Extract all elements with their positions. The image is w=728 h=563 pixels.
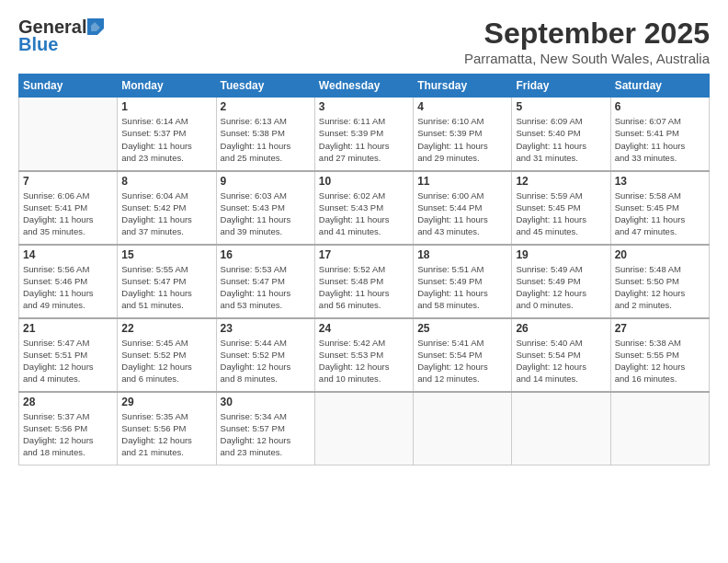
day-info: Sunrise: 6:02 AM Sunset: 5:43 PM Dayligh…: [319, 190, 409, 238]
location: Parramatta, New South Wales, Australia: [464, 51, 710, 66]
calendar-table: Sunday Monday Tuesday Wednesday Thursday…: [18, 74, 710, 465]
day-number: 1: [121, 100, 211, 113]
table-row: 4Sunrise: 6:10 AM Sunset: 5:39 PM Daylig…: [414, 98, 512, 171]
day-number: 3: [319, 100, 409, 113]
day-info: Sunrise: 6:06 AM Sunset: 5:41 PM Dayligh…: [23, 190, 113, 238]
day-number: 19: [516, 248, 606, 261]
day-number: 18: [417, 248, 507, 261]
table-row: 27Sunrise: 5:38 AM Sunset: 5:55 PM Dayli…: [610, 318, 709, 392]
day-info: Sunrise: 5:41 AM Sunset: 5:54 PM Dayligh…: [417, 337, 507, 385]
table-row: 15Sunrise: 5:55 AM Sunset: 5:47 PM Dayli…: [118, 245, 216, 318]
day-number: 22: [121, 322, 211, 335]
calendar-body: 1Sunrise: 6:14 AM Sunset: 5:37 PM Daylig…: [19, 98, 710, 465]
table-row: 26Sunrise: 5:40 AM Sunset: 5:54 PM Dayli…: [512, 318, 610, 392]
day-info: Sunrise: 5:52 AM Sunset: 5:48 PM Dayligh…: [319, 263, 409, 312]
logo-icon: [87, 18, 104, 35]
header-sunday: Sunday: [19, 75, 118, 98]
day-info: Sunrise: 5:59 AM Sunset: 5:45 PM Dayligh…: [516, 190, 606, 238]
day-info: Sunrise: 5:37 AM Sunset: 5:56 PM Dayligh…: [23, 410, 113, 459]
day-number: 12: [516, 175, 606, 188]
day-number: 28: [23, 396, 113, 408]
table-row: 1Sunrise: 6:14 AM Sunset: 5:37 PM Daylig…: [118, 98, 216, 171]
table-row: 3Sunrise: 6:11 AM Sunset: 5:39 PM Daylig…: [314, 98, 413, 171]
table-row: 21Sunrise: 5:47 AM Sunset: 5:51 PM Dayli…: [19, 318, 118, 392]
day-number: 11: [417, 175, 507, 188]
table-row: 28Sunrise: 5:37 AM Sunset: 5:56 PM Dayli…: [19, 392, 118, 465]
table-row: 9Sunrise: 6:03 AM Sunset: 5:43 PM Daylig…: [216, 171, 314, 245]
header-tuesday: Tuesday: [216, 75, 314, 98]
table-row: [414, 392, 512, 465]
table-row: 13Sunrise: 5:58 AM Sunset: 5:45 PM Dayli…: [610, 171, 709, 245]
day-number: 7: [23, 175, 113, 188]
table-row: 24Sunrise: 5:42 AM Sunset: 5:53 PM Dayli…: [314, 318, 413, 392]
table-row: 7Sunrise: 6:06 AM Sunset: 5:41 PM Daylig…: [19, 171, 118, 245]
day-number: 2: [221, 100, 311, 113]
table-row: 29Sunrise: 5:35 AM Sunset: 5:56 PM Dayli…: [118, 392, 216, 465]
day-number: 26: [516, 322, 606, 335]
table-row: 30Sunrise: 5:34 AM Sunset: 5:57 PM Dayli…: [216, 392, 314, 465]
day-info: Sunrise: 5:35 AM Sunset: 5:56 PM Dayligh…: [121, 410, 211, 459]
table-row: 22Sunrise: 5:45 AM Sunset: 5:52 PM Dayli…: [118, 318, 216, 392]
day-number: 9: [221, 175, 311, 188]
table-row: 10Sunrise: 6:02 AM Sunset: 5:43 PM Dayli…: [314, 171, 413, 245]
title-section: September 2025 Parramatta, New South Wal…: [464, 17, 710, 66]
day-number: 16: [221, 248, 311, 261]
day-number: 5: [516, 100, 606, 113]
day-info: Sunrise: 6:09 AM Sunset: 5:40 PM Dayligh…: [516, 115, 606, 164]
calendar-header: Sunday Monday Tuesday Wednesday Thursday…: [19, 75, 710, 98]
table-row: [314, 392, 413, 465]
day-info: Sunrise: 5:55 AM Sunset: 5:47 PM Dayligh…: [121, 263, 211, 312]
day-info: Sunrise: 6:14 AM Sunset: 5:37 PM Dayligh…: [121, 115, 211, 164]
month-title: September 2025: [464, 17, 710, 51]
table-row: 19Sunrise: 5:49 AM Sunset: 5:49 PM Dayli…: [512, 245, 610, 318]
day-number: 13: [615, 175, 705, 188]
logo-blue-text: Blue: [18, 34, 58, 55]
header-friday: Friday: [512, 75, 610, 98]
table-row: [19, 98, 118, 171]
header-thursday: Thursday: [414, 75, 512, 98]
day-info: Sunrise: 6:11 AM Sunset: 5:39 PM Dayligh…: [319, 115, 409, 164]
day-number: 25: [417, 322, 507, 335]
day-info: Sunrise: 5:38 AM Sunset: 5:55 PM Dayligh…: [615, 337, 705, 385]
table-row: [610, 392, 709, 465]
day-info: Sunrise: 5:45 AM Sunset: 5:52 PM Dayligh…: [121, 337, 211, 385]
day-info: Sunrise: 5:48 AM Sunset: 5:50 PM Dayligh…: [615, 263, 705, 312]
table-row: 2Sunrise: 6:13 AM Sunset: 5:38 PM Daylig…: [216, 98, 314, 171]
day-info: Sunrise: 5:44 AM Sunset: 5:52 PM Dayligh…: [221, 337, 311, 385]
table-row: 25Sunrise: 5:41 AM Sunset: 5:54 PM Dayli…: [414, 318, 512, 392]
table-row: [512, 392, 610, 465]
day-info: Sunrise: 5:47 AM Sunset: 5:51 PM Dayligh…: [23, 337, 113, 385]
day-number: 30: [221, 396, 311, 408]
day-info: Sunrise: 5:56 AM Sunset: 5:46 PM Dayligh…: [23, 263, 113, 312]
logo: General Blue: [18, 17, 104, 55]
day-info: Sunrise: 6:03 AM Sunset: 5:43 PM Dayligh…: [221, 190, 311, 238]
table-row: 5Sunrise: 6:09 AM Sunset: 5:40 PM Daylig…: [512, 98, 610, 171]
day-number: 6: [615, 100, 705, 113]
table-row: 6Sunrise: 6:07 AM Sunset: 5:41 PM Daylig…: [610, 98, 709, 171]
day-number: 29: [121, 396, 211, 408]
day-number: 24: [319, 322, 409, 335]
table-row: 12Sunrise: 5:59 AM Sunset: 5:45 PM Dayli…: [512, 171, 610, 245]
table-row: 11Sunrise: 6:00 AM Sunset: 5:44 PM Dayli…: [414, 171, 512, 245]
day-info: Sunrise: 6:07 AM Sunset: 5:41 PM Dayligh…: [615, 115, 705, 164]
day-info: Sunrise: 6:00 AM Sunset: 5:44 PM Dayligh…: [417, 190, 507, 238]
day-info: Sunrise: 5:40 AM Sunset: 5:54 PM Dayligh…: [516, 337, 606, 385]
day-number: 21: [23, 322, 113, 335]
day-info: Sunrise: 5:42 AM Sunset: 5:53 PM Dayligh…: [319, 337, 409, 385]
day-number: 15: [121, 248, 211, 261]
table-row: 23Sunrise: 5:44 AM Sunset: 5:52 PM Dayli…: [216, 318, 314, 392]
day-info: Sunrise: 5:58 AM Sunset: 5:45 PM Dayligh…: [615, 190, 705, 238]
day-number: 10: [319, 175, 409, 188]
day-number: 23: [221, 322, 311, 335]
table-row: 16Sunrise: 5:53 AM Sunset: 5:47 PM Dayli…: [216, 245, 314, 318]
table-row: 18Sunrise: 5:51 AM Sunset: 5:49 PM Dayli…: [414, 245, 512, 318]
header-saturday: Saturday: [610, 75, 709, 98]
table-row: 14Sunrise: 5:56 AM Sunset: 5:46 PM Dayli…: [19, 245, 118, 318]
day-info: Sunrise: 5:34 AM Sunset: 5:57 PM Dayligh…: [221, 410, 311, 459]
day-info: Sunrise: 5:49 AM Sunset: 5:49 PM Dayligh…: [516, 263, 606, 312]
table-row: 20Sunrise: 5:48 AM Sunset: 5:50 PM Dayli…: [610, 245, 709, 318]
day-info: Sunrise: 5:51 AM Sunset: 5:49 PM Dayligh…: [417, 263, 507, 312]
page-header: General Blue September 2025 Parramatta, …: [18, 17, 710, 66]
day-number: 20: [615, 248, 705, 261]
day-number: 8: [121, 175, 211, 188]
